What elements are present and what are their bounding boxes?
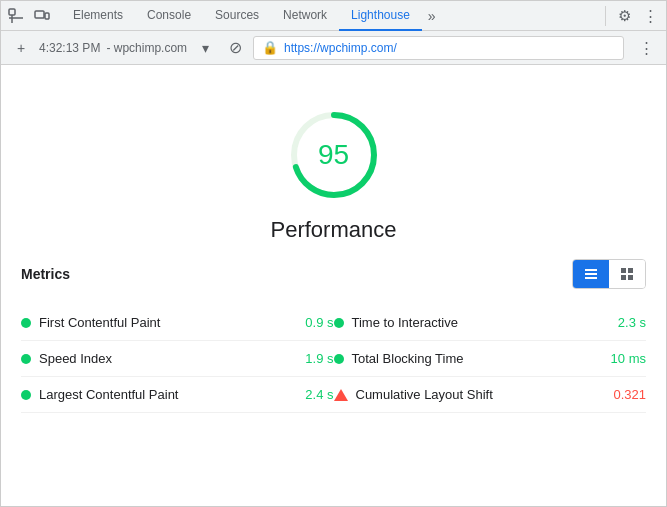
metric-name: Cumulative Layout Shift (356, 387, 606, 402)
svg-rect-9 (585, 277, 597, 279)
metric-indicator-green (21, 390, 31, 400)
metrics-grid: First Contentful Paint 0.9 s Time to Int… (21, 305, 646, 413)
metric-value: 0.321 (613, 387, 646, 402)
url-display: https://wpchimp.com/ (284, 41, 397, 55)
devtools-frame: Elements Console Sources Network Lightho… (0, 0, 667, 507)
tab-lighthouse[interactable]: Lighthouse (339, 1, 422, 31)
list-view-button[interactable] (573, 260, 609, 288)
tab-more-button[interactable]: » (422, 1, 442, 31)
metric-indicator-green (21, 354, 31, 364)
svg-rect-7 (585, 269, 597, 271)
inspect-element-icon[interactable] (5, 5, 27, 27)
metric-indicator-green (334, 354, 344, 364)
performance-label: Performance (271, 217, 397, 243)
svg-rect-4 (45, 13, 49, 19)
settings-icon[interactable]: ⚙ (612, 4, 636, 28)
tab-icons (5, 5, 53, 27)
timestamp: 4:32:13 PM (39, 41, 100, 55)
metric-name: Largest Contentful Paint (39, 387, 297, 402)
metric-time-to-interactive: Time to Interactive 2.3 s (334, 305, 647, 341)
url-box[interactable]: 🔒 https://wpchimp.com/ (253, 36, 624, 60)
view-toggle (572, 259, 646, 289)
metric-speed-index: Speed Index 1.9 s (21, 341, 334, 377)
score-section: 95 Performance (21, 85, 646, 259)
metric-value: 0.9 s (305, 315, 333, 330)
metric-indicator-green (334, 318, 344, 328)
metric-name: Time to Interactive (352, 315, 610, 330)
svg-rect-0 (9, 9, 15, 15)
security-icon: 🔒 (262, 40, 278, 55)
new-tab-button[interactable]: + (9, 36, 33, 60)
tab-console[interactable]: Console (135, 1, 203, 31)
more-options-icon[interactable]: ⋮ (638, 4, 662, 28)
score-circle: 95 (284, 105, 384, 205)
metric-first-contentful-paint: First Contentful Paint 0.9 s (21, 305, 334, 341)
tab-bar: Elements Console Sources Network Lightho… (1, 1, 666, 31)
metric-value: 2.3 s (618, 315, 646, 330)
svg-rect-10 (621, 268, 626, 273)
metric-indicator-green (21, 318, 31, 328)
metric-value: 1.9 s (305, 351, 333, 366)
domain-label: - wpchimp.com (106, 41, 187, 55)
grid-view-button[interactable] (609, 260, 645, 288)
metric-indicator-red-triangle (334, 389, 348, 401)
tab-actions: ⚙ ⋮ (612, 4, 662, 28)
metric-name: First Contentful Paint (39, 315, 297, 330)
tabs-container: Elements Console Sources Network Lightho… (61, 1, 599, 31)
tab-separator (605, 6, 606, 26)
more-options-icon-addr[interactable]: ⋮ (634, 36, 658, 60)
address-bar: + 4:32:13 PM - wpchimp.com ▾ ⊘ 🔒 https:/… (1, 31, 666, 65)
metric-name: Total Blocking Time (352, 351, 603, 366)
svg-rect-13 (628, 275, 633, 280)
metric-value: 2.4 s (305, 387, 333, 402)
tab-sources[interactable]: Sources (203, 1, 271, 31)
metrics-title: Metrics (21, 266, 70, 282)
device-toolbar-icon[interactable] (31, 5, 53, 27)
metric-value: 10 ms (611, 351, 646, 366)
svg-rect-11 (628, 268, 633, 273)
metrics-section: Metrics (21, 259, 646, 423)
chevron-down-icon[interactable]: ▾ (193, 36, 217, 60)
svg-rect-3 (35, 11, 44, 18)
metrics-header: Metrics (21, 259, 646, 289)
metric-largest-contentful-paint: Largest Contentful Paint 2.4 s (21, 377, 334, 413)
metric-cumulative-layout-shift: Cumulative Layout Shift 0.321 (334, 377, 647, 413)
tab-network[interactable]: Network (271, 1, 339, 31)
no-referrer-icon[interactable]: ⊘ (223, 36, 247, 60)
main-content: 95 Performance Metrics (1, 65, 666, 506)
metric-name: Speed Index (39, 351, 297, 366)
tab-elements[interactable]: Elements (61, 1, 135, 31)
svg-rect-8 (585, 273, 597, 275)
metric-total-blocking-time: Total Blocking Time 10 ms (334, 341, 647, 377)
score-value: 95 (318, 139, 349, 171)
svg-rect-12 (621, 275, 626, 280)
